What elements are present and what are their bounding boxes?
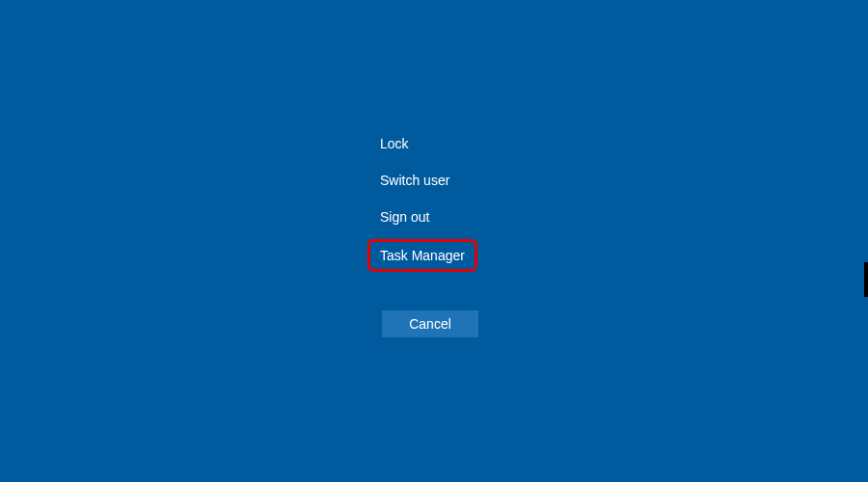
task-manager-option[interactable]: Task Manager <box>367 239 477 272</box>
switch-user-option[interactable]: Switch user <box>370 166 477 195</box>
edge-artifact <box>864 262 868 297</box>
lock-option[interactable]: Lock <box>370 129 477 158</box>
cancel-button[interactable]: Cancel <box>382 310 478 337</box>
sign-out-option[interactable]: Sign out <box>370 202 477 231</box>
security-options-menu: Lock Switch user Sign out Task Manager <box>370 129 477 277</box>
